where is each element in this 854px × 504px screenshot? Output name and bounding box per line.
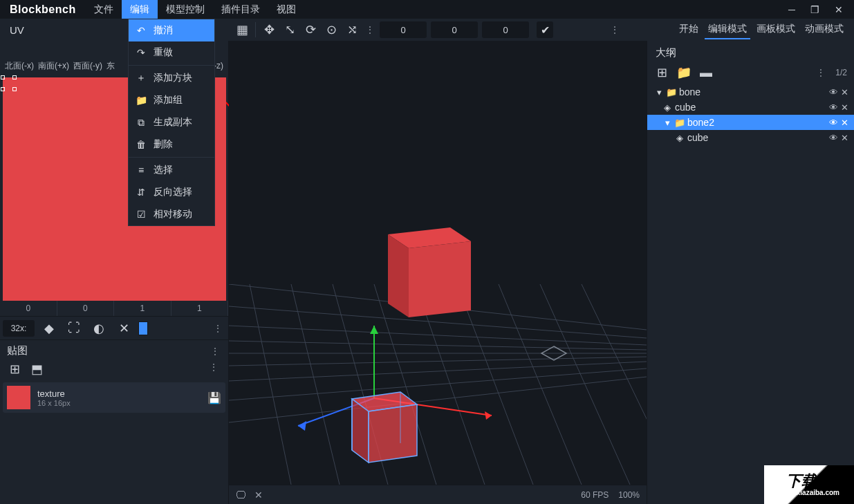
uv-handle-br[interactable] <box>12 87 17 91</box>
dd-redo[interactable]: ↷重做 <box>129 41 214 64</box>
uv-handle-tr[interactable] <box>12 75 17 80</box>
uv-face-south[interactable]: 南面(+x) <box>36 60 71 72</box>
close-icon[interactable]: ✕ <box>841 133 848 143</box>
invert-icon: ⇵ <box>136 187 147 198</box>
eye-icon[interactable]: 👁 <box>829 133 838 143</box>
mode-paint[interactable]: 画板模式 <box>753 20 799 39</box>
outline-add-button[interactable]: ⊞ <box>654 65 669 80</box>
close-button[interactable]: ✕ <box>835 4 843 15</box>
textures-dots[interactable]: ⋮ <box>207 346 223 357</box>
uv-face-east[interactable]: 东 <box>104 60 117 72</box>
texture-save-icon[interactable]: 💾 <box>207 391 221 404</box>
outline-more[interactable]: ⋮ <box>813 67 828 78</box>
dd-add-cube[interactable]: ＋添加方块 <box>129 67 214 89</box>
svg-line-11 <box>250 284 291 485</box>
texture-import-button[interactable]: ⬒ <box>29 362 44 377</box>
copy-icon: ⧉ <box>136 117 147 129</box>
close-icon[interactable]: ✕ <box>841 118 848 128</box>
lock-checkbox[interactable]: ✔ <box>537 21 553 38</box>
grid-button[interactable]: ▦ <box>232 19 252 40</box>
toolbar-more-right[interactable]: ⋮ <box>607 24 622 35</box>
svg-marker-34 <box>541 346 566 360</box>
outline-count: 1/2 <box>835 68 847 77</box>
mode-start[interactable]: 开始 <box>676 20 702 39</box>
uv-ruler: 0 0 1 1 <box>0 301 228 316</box>
position-x-input[interactable] <box>380 21 427 38</box>
cube-upper <box>374 214 485 331</box>
outline-folder-button[interactable]: 📁 <box>676 65 691 80</box>
dd-undo[interactable]: ↶撤消 <box>129 19 214 41</box>
dd-duplicate[interactable]: ⧉生成副本 <box>129 111 214 133</box>
mode-animate[interactable]: 动画模式 <box>801 20 847 39</box>
pivot-marker <box>540 345 568 362</box>
uv-toolbar: ◆ ⛶ ◐ ✕ ⋮ <box>0 316 228 339</box>
dd-delete[interactable]: 🗑删除 <box>129 133 214 156</box>
eye-icon[interactable]: 👁 <box>829 102 838 113</box>
close-icon[interactable]: ✕ <box>841 102 848 113</box>
plus-icon: ＋ <box>136 72 147 84</box>
menu-edit[interactable]: 编辑 <box>122 0 158 19</box>
redo-icon: ↷ <box>136 47 147 58</box>
tree-row-cube2[interactable]: ◈ cube 👁✕ <box>647 130 854 145</box>
tree-row-bone[interactable]: ▾ 📁 bone 👁✕ <box>647 84 854 100</box>
contrast-icon[interactable]: ◐ <box>89 318 109 339</box>
outline-toggle-button[interactable]: ▬ <box>698 65 714 80</box>
status-close-icon[interactable]: ✕ <box>254 489 263 501</box>
minimize-button[interactable]: ─ <box>788 4 795 15</box>
outline-toolbar: ⊞ 📁 ▬ ⋮ 1/2 <box>647 62 854 83</box>
dd-select[interactable]: ≡选择 <box>129 159 214 181</box>
uv-color-slot[interactable] <box>138 321 148 335</box>
dd-add-group[interactable]: 📁添加组 <box>129 89 214 111</box>
cube-lower <box>340 380 429 476</box>
dd-relative-move[interactable]: ☑相对移动 <box>129 203 214 225</box>
viewport-3d[interactable] <box>229 41 647 504</box>
menu-view[interactable]: 视图 <box>268 0 304 19</box>
title-bar: Blockbench 文件 编辑 模型控制 插件目录 视图 ─ ❐ ✕ <box>0 0 854 19</box>
textures-buttons: ⊞ ⬒ ⋮ <box>0 359 228 380</box>
menu-transform[interactable]: 模型控制 <box>158 0 213 19</box>
uv-face-west[interactable]: 西面(-y) <box>71 60 104 72</box>
close-icon[interactable]: ✕ <box>841 87 848 97</box>
eye-icon[interactable]: 👁 <box>829 87 838 97</box>
check-icon: ✔ <box>541 24 550 37</box>
fps-readout: 60 FPS <box>581 490 609 500</box>
textures-more[interactable]: ⋮ <box>206 362 221 377</box>
mode-edit[interactable]: 编辑模式 <box>705 20 750 39</box>
svg-line-18 <box>540 284 630 485</box>
resize-tool[interactable]: ⤡ <box>279 19 300 40</box>
uv-face-north[interactable]: 北面(-x) <box>3 60 36 72</box>
texture-size: 16 x 16px <box>37 399 71 407</box>
undo-icon: ↶ <box>136 25 147 36</box>
watermark: 下载吧 www.xiazaiba.com <box>764 465 854 504</box>
uv-scale-input[interactable] <box>3 320 35 337</box>
rotate-tool[interactable]: ⟳ <box>300 19 321 40</box>
menu-plugins[interactable]: 插件目录 <box>213 0 268 19</box>
edit-dropdown: ↶撤消 ↷重做 ＋添加方块 📁添加组 ⧉生成副本 🗑删除 ≡选择 ⇵反向选择 ☑… <box>128 19 215 226</box>
outline-heading: 大纲 <box>647 41 854 62</box>
screen-icon[interactable]: 🖵 <box>236 489 246 501</box>
texture-row[interactable]: texture 16 x 16px 💾 <box>3 382 225 413</box>
eye-icon[interactable]: 👁 <box>829 118 838 128</box>
position-z-input[interactable] <box>482 21 529 38</box>
fullscreen-icon[interactable]: ⛶ <box>64 318 84 339</box>
toolbar-more[interactable]: ⋮ <box>362 24 378 35</box>
select-icon: ≡ <box>136 165 147 176</box>
uv-handle-bl[interactable] <box>1 87 5 91</box>
svg-line-17 <box>499 284 582 485</box>
dd-invert-select[interactable]: ⇵反向选择 <box>129 181 214 203</box>
maximize-button[interactable]: ❐ <box>810 4 819 15</box>
tree-row-cube[interactable]: ◈ cube 👁✕ <box>647 100 854 115</box>
texture-add-button[interactable]: ⊞ <box>7 362 22 377</box>
uv-handle-tl[interactable] <box>1 75 5 80</box>
vertex-tool[interactable]: ⤭ <box>342 19 362 40</box>
position-y-input[interactable] <box>431 21 478 38</box>
menu-file[interactable]: 文件 <box>86 0 122 19</box>
pivot-tool[interactable]: ⊙ <box>321 19 342 40</box>
tree-row-bone2[interactable]: ▾ 📁 bone2 👁✕ <box>647 115 854 130</box>
outline-tree: ▾ 📁 bone 👁✕ ◈ cube 👁✕ ▾ 📁 bone2 👁✕ ◈ cub… <box>647 83 854 147</box>
uv-toolbar-dots[interactable]: ⋮ <box>210 323 225 334</box>
clear-icon[interactable]: ✕ <box>113 318 134 339</box>
bucket-icon[interactable]: ◆ <box>39 318 59 339</box>
move-tool[interactable]: ✥ <box>259 19 279 40</box>
chevron-down-icon: ▾ <box>661 118 674 128</box>
